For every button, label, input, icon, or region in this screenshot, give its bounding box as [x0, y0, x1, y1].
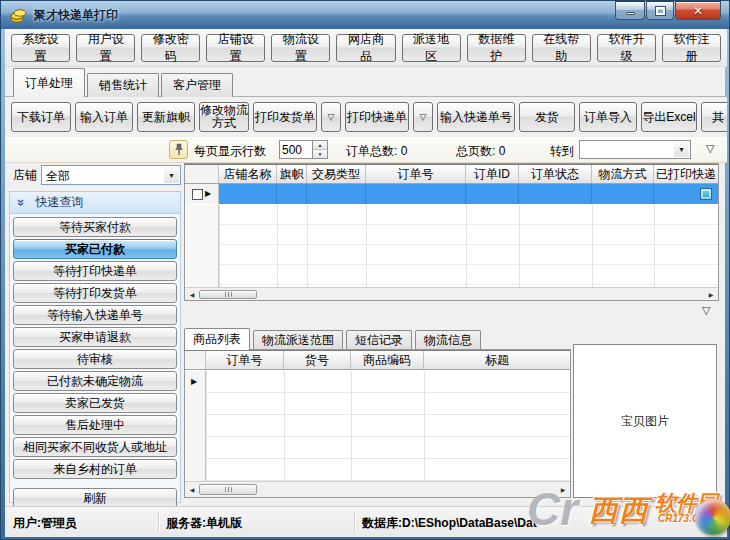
- products-grid-hscrollbar[interactable]: ◀ ▶: [185, 481, 570, 497]
- minimize-button[interactable]: [615, 1, 645, 20]
- goto-dropdown-icon[interactable]: ▼: [674, 142, 689, 157]
- grip-mark: [225, 487, 226, 492]
- shop-products-button[interactable]: 网店商品: [336, 34, 395, 62]
- pushpin-icon: [174, 143, 184, 156]
- spin-up-icon[interactable]: ▲: [313, 141, 327, 149]
- software-register-button[interactable]: 软件注册: [662, 34, 721, 62]
- download-orders-button[interactable]: 下载订单: [11, 102, 71, 132]
- col-order-id[interactable]: 订单ID: [466, 165, 519, 183]
- grip-mark: [228, 487, 229, 492]
- status-server: 服务器:单机版: [166, 515, 242, 532]
- filter-rural-orders[interactable]: 来自乡村的订单: [13, 459, 177, 479]
- status-database: 数据库:D:\EShop\DataBase\Dat: [362, 515, 537, 532]
- product-image-panel: 宝贝图片: [573, 344, 717, 498]
- shop-select[interactable]: 全部 ▼: [41, 165, 181, 185]
- filter-pending-review[interactable]: 待审核: [13, 349, 177, 369]
- filter-after-sale[interactable]: 售后处理中: [13, 415, 177, 435]
- filter-seller-shipped[interactable]: 卖家已发货: [13, 393, 177, 413]
- orders-scroll-thumb[interactable]: [199, 290, 257, 299]
- col-order-number[interactable]: 订单号: [206, 351, 284, 369]
- col-printed[interactable]: 已打印快递: [654, 165, 718, 183]
- col-item-number[interactable]: 货号: [284, 351, 351, 369]
- export-excel-button[interactable]: 导出Excel: [641, 102, 697, 132]
- row-marker-icon: ▶: [205, 190, 211, 198]
- col-title[interactable]: 标题: [424, 351, 570, 369]
- scroll-right-icon[interactable]: ▶: [704, 288, 718, 300]
- filter-buyer-refund[interactable]: 买家申请退款: [13, 327, 177, 347]
- printed-checkbox[interactable]: [700, 188, 712, 200]
- spin-down-icon[interactable]: ▼: [313, 149, 327, 158]
- software-upgrade-button[interactable]: 软件升级: [597, 34, 656, 62]
- system-settings-button[interactable]: 系统设置: [11, 34, 70, 62]
- filter-paid-no-logistics[interactable]: 已付款未确定物流: [13, 371, 177, 391]
- tab-product-list[interactable]: 商品列表: [184, 328, 250, 350]
- col-logistics-method[interactable]: 物流方式: [592, 165, 654, 183]
- grip-mark: [228, 292, 229, 297]
- pin-button[interactable]: [169, 140, 188, 159]
- quick-query-title: 快速查询: [35, 194, 83, 211]
- scroll-left-icon[interactable]: ◀: [185, 288, 199, 300]
- shop-dropdown-icon[interactable]: ▼: [164, 167, 179, 183]
- tab-sms-records[interactable]: 短信记录: [346, 330, 412, 349]
- refresh-button[interactable]: 刷新: [13, 488, 177, 506]
- col-flag[interactable]: 旗帜: [277, 165, 307, 183]
- online-help-button[interactable]: 在线帮助: [532, 34, 591, 62]
- tab-customer-management[interactable]: 客户管理: [161, 73, 233, 97]
- paging-bar: 每页显示行数 ▲ ▼ 订单总数: 0 总页数: 0 转到 ▼ ▽: [5, 137, 727, 163]
- change-logistics-button[interactable]: 修改物流方式: [199, 102, 249, 132]
- input-tracking-number-button[interactable]: 输入快递单号: [437, 102, 515, 132]
- scroll-right-icon[interactable]: ▶: [556, 482, 570, 497]
- filter-waiting-buyer-payment[interactable]: 等待买家付款: [13, 217, 177, 237]
- filter-waiting-print-waybill[interactable]: 等待打印快递单: [13, 261, 177, 281]
- quick-query-header[interactable]: » 快速查询: [10, 192, 180, 214]
- grid-filter-icon[interactable]: ▽: [706, 142, 714, 155]
- nav-tabstrip: 订单处理 销售统计 客户管理: [5, 67, 727, 97]
- ship-button[interactable]: 发货: [519, 102, 575, 132]
- orders-grid-hscrollbar[interactable]: ◀ ▶: [185, 287, 718, 300]
- tab-sales-statistics[interactable]: 销售统计: [87, 73, 159, 97]
- more-button[interactable]: 其: [701, 102, 727, 132]
- print-waybill-dropdown-button[interactable]: ▽: [413, 102, 433, 132]
- close-button[interactable]: ✕: [675, 1, 721, 20]
- header-selector-cell: [185, 165, 219, 183]
- settings-toolbar: 系统设置 用户设置 修改密码 店铺设置 物流设置 网店商品 派送地区 数据维护 …: [5, 29, 727, 67]
- filter-buyer-paid[interactable]: 买家已付款: [13, 239, 177, 259]
- import-orders-button[interactable]: 订单导入: [579, 102, 637, 132]
- print-waybill-button[interactable]: 打印快递单: [345, 102, 409, 132]
- rows-per-page-input[interactable]: [279, 140, 313, 159]
- logistics-settings-button[interactable]: 物流设置: [271, 34, 330, 62]
- col-trade-type[interactable]: 交易类型: [307, 165, 366, 183]
- data-maintenance-button[interactable]: 数据维护: [467, 34, 526, 62]
- col-product-code[interactable]: 商品编码: [351, 351, 424, 369]
- products-scroll-thumb[interactable]: [199, 484, 257, 495]
- col-order-status[interactable]: 订单状态: [519, 165, 592, 183]
- maximize-button[interactable]: [646, 1, 674, 20]
- splitter-collapse-icon[interactable]: ▽: [702, 304, 710, 317]
- user-settings-button[interactable]: 用户设置: [76, 34, 135, 62]
- goto-page-select[interactable]: ▼: [579, 140, 691, 159]
- update-flag-button[interactable]: 更新旗帜: [137, 102, 195, 132]
- filter-waiting-tracking-number[interactable]: 等待输入快递单号: [13, 305, 177, 325]
- filter-waiting-print-shipping[interactable]: 等待打印发货单: [13, 283, 177, 303]
- shop-settings-button[interactable]: 店铺设置: [206, 34, 265, 62]
- col-order-number[interactable]: 订单号: [366, 165, 466, 183]
- detail-tabstrip: 商品列表 物流派送范围 短信记录 物流信息: [184, 327, 484, 349]
- delivery-area-button[interactable]: 派送地区: [402, 34, 461, 62]
- filter-same-buyer-diff-address[interactable]: 相同买家不同收货人或地址: [13, 437, 177, 457]
- orders-grid-body: [185, 205, 718, 287]
- change-password-button[interactable]: 修改密码: [141, 34, 200, 62]
- tab-logistics-info[interactable]: 物流信息: [415, 330, 481, 349]
- tab-order-processing[interactable]: 订单处理: [13, 68, 85, 97]
- selected-order-row[interactable]: ▶: [185, 184, 718, 204]
- orders-grid: 店铺名称 旗帜 交易类型 订单号 订单ID 订单状态 物流方式 已打印快递 ▶: [184, 163, 719, 301]
- scroll-left-icon[interactable]: ◀: [185, 482, 199, 497]
- row-checkbox[interactable]: [192, 189, 203, 200]
- quick-query-list: 等待买家付款 买家已付款 等待打印快递单 等待打印发货单 等待输入快递单号 买家…: [10, 214, 180, 506]
- app-coins-icon: [10, 8, 28, 23]
- print-shipping-dropdown-button[interactable]: ▽: [321, 102, 341, 132]
- rows-spinner[interactable]: ▲ ▼: [313, 140, 328, 159]
- tab-logistics-range[interactable]: 物流派送范围: [253, 330, 343, 349]
- col-shop-name[interactable]: 店铺名称: [219, 165, 277, 183]
- print-shipping-list-button[interactable]: 打印发货单: [253, 102, 317, 132]
- input-order-button[interactable]: 输入订单: [75, 102, 133, 132]
